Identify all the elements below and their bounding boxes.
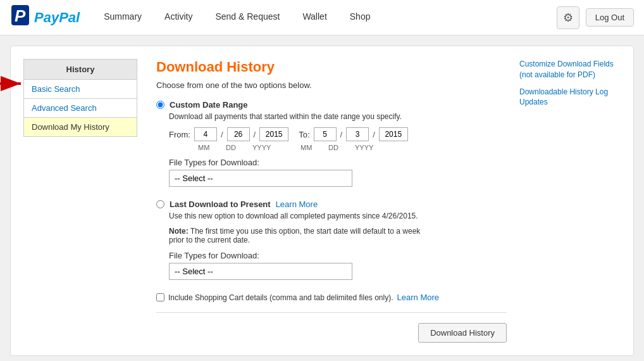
from-year-input[interactable] (259, 127, 288, 141)
date-sublabels-from: MM DD YYYY MM DD YYYY (198, 144, 507, 151)
checkbox-learn-more-link[interactable]: Learn More (397, 293, 439, 302)
sidebar-title: History (23, 59, 137, 80)
content-box: History Basic Search Advanced Search Dow… (10, 46, 634, 356)
option-custom-date-range: Custom Date Range Download all payments … (156, 100, 507, 187)
from-sep2: / (254, 130, 256, 139)
gear-icon: ⚙ (563, 11, 573, 25)
option1-description: Download all payments that started withi… (169, 112, 507, 121)
page-title: Download History (156, 59, 507, 75)
intro-text: Choose from one of the two options below… (156, 80, 507, 90)
to-sep2: / (373, 130, 375, 139)
note-body: The first time you use this option, the … (169, 227, 420, 244)
file-type-select-2[interactable]: -- Select -- (169, 263, 352, 280)
right-links-panel: Customize Download Fields (not available… (519, 59, 621, 343)
option1-header: Custom Date Range (156, 100, 507, 110)
file-types-select-container-2: -- Select -- (169, 263, 507, 280)
svg-text:P: P (15, 6, 26, 25)
option2-description: Use this new option to download all comp… (169, 212, 507, 220)
main-content: Download History Choose from one of the … (156, 59, 507, 343)
option2-learn-more-link[interactable]: Learn More (276, 200, 318, 209)
from-sep1: / (221, 130, 223, 139)
nav-right: ⚙ Log Out (557, 6, 634, 29)
to-year-input[interactable] (379, 127, 408, 141)
nav-item-send-request[interactable]: Send & Request (204, 0, 291, 35)
top-navigation: P PayPal Summary Activity Send & Request… (0, 0, 644, 35)
to-sep1: / (340, 130, 343, 139)
paypal-logo: P PayPal (10, 4, 80, 31)
from-day-input[interactable] (227, 127, 250, 141)
from-month-input[interactable] (194, 127, 217, 141)
to-yyyy-label: YYYY (355, 144, 387, 151)
note-label: Note: (169, 227, 189, 236)
to-label: To: (299, 130, 309, 139)
option2-radio[interactable] (156, 200, 164, 208)
date-range-row: From: / / To: / / (169, 127, 507, 141)
logo-area: P PayPal (10, 4, 80, 31)
option1-label: Custom Date Range (170, 100, 248, 110)
from-label: From: (169, 130, 190, 139)
from-mm-label: MM (198, 144, 222, 151)
logout-button[interactable]: Log Out (586, 8, 634, 27)
main-wrapper: History Basic Search Advanced Search Dow… (0, 35, 644, 361)
downloadable-history-link[interactable]: Downloadable History Log Updates (519, 87, 621, 108)
paypal-p-icon: P (10, 4, 30, 31)
paypal-brand-name: PayPal (34, 10, 80, 26)
divider (156, 312, 507, 313)
option2-note: Note: The first time you use this option… (169, 227, 435, 244)
file-type-select-1[interactable]: -- Select -- (169, 170, 352, 187)
file-types-label-2: File Types for Download: (169, 251, 507, 260)
option2-label: Last Download to Present (170, 200, 271, 209)
button-row: Download History (156, 323, 507, 343)
sidebar-item-advanced-search[interactable]: Advanced Search (23, 99, 137, 118)
option-last-download: Last Download to Present Learn More Use … (156, 200, 507, 280)
shopping-cart-checkbox[interactable] (156, 293, 164, 301)
from-dd-label: DD (226, 144, 249, 151)
from-yyyy-label: YYYY (252, 144, 284, 151)
sidebar-item-download-history[interactable]: Download My History (23, 118, 137, 137)
nav-item-activity[interactable]: Activity (153, 0, 204, 35)
sidebar-item-basic-search[interactable]: Basic Search (23, 80, 137, 99)
to-mm-label: MM (300, 144, 325, 151)
option1-radio[interactable] (156, 101, 164, 109)
nav-item-wallet[interactable]: Wallet (291, 0, 338, 35)
to-day-input[interactable] (346, 127, 369, 141)
shopping-cart-checkbox-row: Include Shopping Cart details (comma and… (156, 293, 507, 302)
checkbox-label: Include Shopping Cart details (comma and… (168, 293, 393, 302)
arrow-indicator (0, 74, 25, 93)
nav-links: Summary Activity Send & Request Wallet S… (92, 0, 557, 35)
customize-fields-link[interactable]: Customize Download Fields (not available… (519, 59, 621, 80)
to-dd-label: DD (328, 144, 351, 151)
nav-item-summary[interactable]: Summary (92, 0, 153, 35)
sidebar: History Basic Search Advanced Search Dow… (23, 59, 137, 137)
file-types-label-1: File Types for Download: (169, 158, 507, 167)
file-types-select-container-1: -- Select -- (169, 170, 507, 187)
download-history-button[interactable]: Download History (418, 323, 507, 343)
sidebar-area: History Basic Search Advanced Search Dow… (23, 59, 156, 343)
nav-item-shop[interactable]: Shop (338, 0, 382, 35)
settings-button[interactable]: ⚙ (557, 6, 579, 29)
to-month-input[interactable] (314, 127, 337, 141)
option2-header: Last Download to Present Learn More (156, 200, 507, 209)
